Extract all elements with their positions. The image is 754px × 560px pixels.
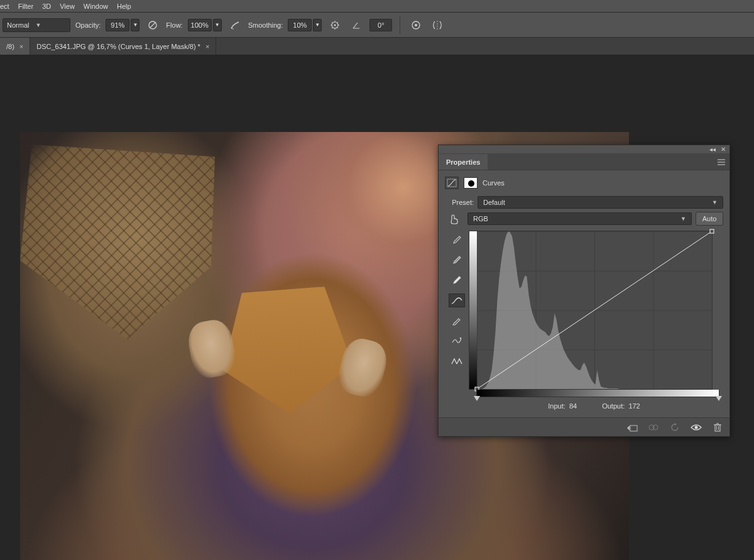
opacity-input[interactable]: 91% ▼	[106, 19, 139, 31]
adjustment-header: Curves	[445, 174, 723, 192]
properties-panel: ◂◂ ✕ Properties Curves Preset: Default ▼	[438, 145, 730, 437]
output-gradient	[469, 231, 477, 389]
symmetry-icon[interactable]	[429, 17, 445, 33]
svg-point-18	[695, 425, 698, 429]
svg-point-6	[415, 24, 417, 26]
document-tabs: /8) × DSC_6341.JPG @ 16,7% (Curves 1, La…	[0, 38, 754, 55]
view-previous-icon[interactable]	[647, 421, 660, 434]
curve-point-tool-icon[interactable]	[449, 294, 465, 307]
clip-to-layer-icon[interactable]	[625, 421, 639, 434]
document-tab-inactive[interactable]: /8) ×	[0, 38, 30, 55]
menu-window[interactable]: Window	[84, 3, 108, 10]
eyedropper-black-icon[interactable]	[449, 233, 465, 247]
close-icon[interactable]: ×	[205, 43, 209, 50]
layer-mask-icon[interactable]	[464, 177, 478, 189]
pressure-opacity-icon[interactable]	[145, 17, 161, 33]
auto-button[interactable]: Auto	[696, 212, 723, 226]
smoothing-input[interactable]: 10% ▼	[288, 19, 322, 31]
curves-toolstrip	[445, 231, 469, 412]
blend-mode-value: Normal	[7, 21, 29, 29]
white-point-slider[interactable]	[716, 396, 722, 401]
targeted-adjustment-icon[interactable]	[445, 213, 464, 224]
chevron-down-icon: ▼	[712, 199, 718, 206]
angle-icon	[348, 17, 364, 33]
smooth-tool-icon[interactable]	[449, 334, 465, 348]
eyedropper-gray-icon[interactable]	[449, 253, 465, 267]
separator	[400, 16, 400, 34]
trash-icon[interactable]	[711, 421, 724, 434]
curves-adjustment-icon[interactable]	[445, 177, 459, 189]
black-point-slider[interactable]	[474, 396, 480, 401]
reset-icon[interactable]	[668, 421, 682, 434]
chevron-down-icon: ▼	[680, 216, 686, 222]
svg-rect-15	[630, 425, 637, 431]
preset-label: Preset:	[445, 199, 474, 206]
opacity-label: Opacity:	[75, 21, 101, 29]
close-icon[interactable]: ✕	[721, 146, 726, 153]
preset-dropdown[interactable]: Default ▼	[478, 196, 723, 209]
input-gradient[interactable]	[476, 390, 719, 397]
chevron-down-icon[interactable]: ▼	[313, 19, 322, 31]
panel-footer	[439, 417, 729, 436]
panel-title-bar[interactable]: ◂◂ ✕	[439, 145, 729, 154]
curve-point-white[interactable]	[710, 229, 714, 234]
airbrush-icon[interactable]	[227, 17, 243, 33]
flow-label: Flow:	[166, 21, 182, 29]
menu-help[interactable]: Help	[117, 3, 131, 10]
curves-graph[interactable]	[469, 231, 713, 390]
svg-point-17	[653, 425, 658, 430]
pencil-tool-icon[interactable]	[449, 314, 465, 327]
menu-3d[interactable]: 3D	[42, 3, 51, 10]
menu-select[interactable]: ect	[0, 3, 9, 10]
document-tab-active[interactable]: DSC_6341.JPG @ 16,7% (Curves 1, Layer Ma…	[30, 38, 216, 55]
menu-view[interactable]: View	[60, 3, 75, 10]
angle-input[interactable]: 0°	[369, 19, 392, 31]
adjustment-name: Curves	[483, 179, 505, 187]
flow-input[interactable]: 100% ▼	[188, 19, 222, 31]
panel-menu-icon[interactable]	[713, 154, 729, 170]
chevron-down-icon[interactable]: ▼	[213, 19, 222, 31]
close-icon[interactable]: ×	[19, 43, 23, 50]
svg-line-14	[477, 231, 712, 389]
options-bar: Normal ▼ Opacity: 91% ▼ Flow: 100% ▼ Smo…	[0, 13, 754, 38]
menu-bar: ect Filter 3D View Window Help	[0, 0, 754, 13]
tab-properties[interactable]: Properties	[439, 154, 488, 170]
smoothing-options-icon[interactable]	[327, 17, 343, 33]
clip-tool-icon[interactable]	[449, 354, 465, 368]
smoothing-label: Smoothing:	[248, 21, 283, 29]
panel-tab-strip: Properties	[439, 154, 729, 170]
chevron-down-icon: ▼	[35, 22, 41, 28]
pressure-size-icon[interactable]	[408, 17, 424, 33]
chevron-down-icon[interactable]: ▼	[131, 19, 139, 31]
svg-point-12	[460, 338, 461, 339]
menu-filter[interactable]: Filter	[18, 3, 33, 10]
blend-mode-dropdown[interactable]: Normal ▼	[3, 18, 70, 32]
svg-point-4	[334, 24, 336, 26]
collapse-icon[interactable]: ◂◂	[709, 146, 716, 153]
readout: Input: 84 Output: 172	[469, 397, 719, 412]
visibility-icon[interactable]	[689, 421, 703, 434]
svg-point-2	[232, 28, 234, 30]
svg-point-1	[231, 28, 232, 29]
eyedropper-white-icon[interactable]	[449, 273, 465, 287]
curve-line[interactable]	[477, 231, 712, 389]
svg-rect-19	[715, 425, 720, 431]
channel-dropdown[interactable]: RGB ▼	[467, 212, 692, 225]
